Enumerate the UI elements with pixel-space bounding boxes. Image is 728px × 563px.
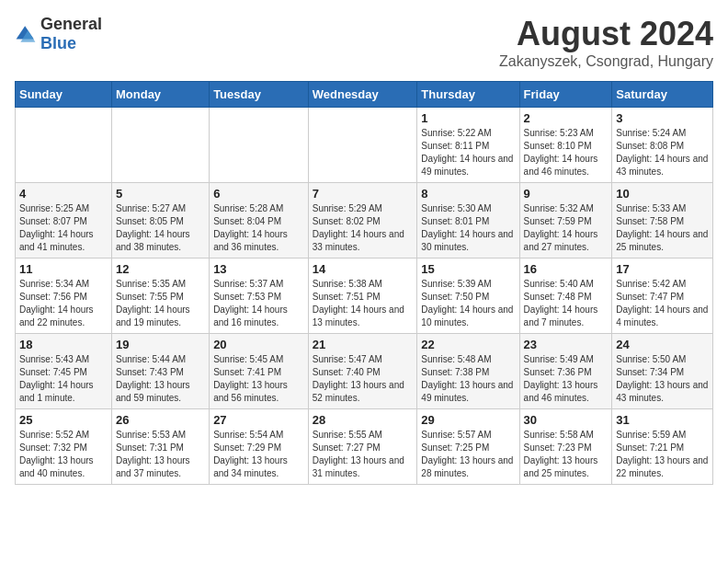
day-number: 18 bbox=[19, 338, 108, 351]
day-number: 7 bbox=[313, 187, 414, 201]
col-header-thursday: Thursday bbox=[417, 82, 519, 108]
day-cell: 15Sunrise: 5:39 AMSunset: 7:50 PMDayligh… bbox=[417, 259, 519, 334]
day-info: Sunrise: 5:30 AMSunset: 8:01 PMDaylight:… bbox=[421, 202, 515, 254]
day-info: Sunrise: 5:39 AMSunset: 7:50 PMDaylight:… bbox=[421, 278, 515, 329]
logo-text: General Blue bbox=[40, 15, 102, 53]
calendar-table: SundayMondayTuesdayWednesdayThursdayFrid… bbox=[15, 81, 713, 485]
day-info: Sunrise: 5:42 AMSunset: 7:47 PMDaylight:… bbox=[616, 278, 709, 329]
day-number: 4 bbox=[19, 187, 108, 201]
day-info: Sunrise: 5:40 AMSunset: 7:48 PMDaylight:… bbox=[524, 278, 609, 329]
day-cell: 16Sunrise: 5:40 AMSunset: 7:48 PMDayligh… bbox=[519, 259, 612, 334]
day-number: 16 bbox=[524, 262, 609, 276]
day-info: Sunrise: 5:35 AMSunset: 7:55 PMDaylight:… bbox=[116, 278, 205, 329]
day-info: Sunrise: 5:25 AMSunset: 8:07 PMDaylight:… bbox=[19, 202, 108, 254]
logo-icon bbox=[15, 23, 37, 45]
col-header-wednesday: Wednesday bbox=[308, 82, 417, 108]
week-row-3: 11Sunrise: 5:34 AMSunset: 7:56 PMDayligh… bbox=[16, 259, 713, 334]
col-header-monday: Monday bbox=[111, 82, 209, 108]
col-header-tuesday: Tuesday bbox=[210, 82, 309, 108]
day-cell: 10Sunrise: 5:33 AMSunset: 7:58 PMDayligh… bbox=[612, 183, 713, 259]
day-cell: 31Sunrise: 5:59 AMSunset: 7:21 PMDayligh… bbox=[612, 409, 713, 485]
day-info: Sunrise: 5:24 AMSunset: 8:08 PMDaylight:… bbox=[616, 127, 709, 178]
day-cell: 2Sunrise: 5:23 AMSunset: 8:10 PMDaylight… bbox=[519, 108, 612, 183]
day-number: 15 bbox=[421, 262, 515, 276]
day-info: Sunrise: 5:44 AMSunset: 7:43 PMDaylight:… bbox=[116, 353, 205, 405]
day-number: 28 bbox=[313, 413, 414, 427]
day-number: 13 bbox=[213, 262, 304, 276]
day-number: 9 bbox=[524, 187, 609, 201]
day-info: Sunrise: 5:57 AMSunset: 7:25 PMDaylight:… bbox=[421, 429, 515, 480]
day-number: 1 bbox=[421, 111, 515, 125]
day-number: 5 bbox=[116, 187, 205, 201]
day-info: Sunrise: 5:43 AMSunset: 7:45 PMDaylight:… bbox=[19, 353, 108, 405]
day-cell: 26Sunrise: 5:53 AMSunset: 7:31 PMDayligh… bbox=[111, 409, 209, 485]
week-row-4: 18Sunrise: 5:43 AMSunset: 7:45 PMDayligh… bbox=[16, 334, 713, 409]
day-cell: 11Sunrise: 5:34 AMSunset: 7:56 PMDayligh… bbox=[16, 259, 112, 334]
day-info: Sunrise: 5:23 AMSunset: 8:10 PMDaylight:… bbox=[524, 127, 609, 178]
day-info: Sunrise: 5:52 AMSunset: 7:32 PMDaylight:… bbox=[19, 429, 108, 480]
day-number: 14 bbox=[313, 262, 414, 276]
day-cell: 20Sunrise: 5:45 AMSunset: 7:41 PMDayligh… bbox=[210, 334, 309, 409]
day-info: Sunrise: 5:48 AMSunset: 7:38 PMDaylight:… bbox=[421, 353, 515, 405]
day-number: 29 bbox=[421, 413, 515, 427]
day-cell: 8Sunrise: 5:30 AMSunset: 8:01 PMDaylight… bbox=[417, 183, 519, 259]
day-info: Sunrise: 5:55 AMSunset: 7:27 PMDaylight:… bbox=[313, 429, 414, 480]
day-number: 3 bbox=[616, 111, 709, 125]
day-number: 8 bbox=[421, 187, 515, 201]
subtitle: Zakanyszek, Csongrad, Hungary bbox=[499, 53, 713, 70]
day-cell: 9Sunrise: 5:32 AMSunset: 7:59 PMDaylight… bbox=[519, 183, 612, 259]
day-number: 12 bbox=[116, 262, 205, 276]
day-number: 10 bbox=[616, 187, 709, 201]
day-cell: 12Sunrise: 5:35 AMSunset: 7:55 PMDayligh… bbox=[111, 259, 209, 334]
day-info: Sunrise: 5:59 AMSunset: 7:21 PMDaylight:… bbox=[616, 429, 709, 480]
day-cell: 27Sunrise: 5:54 AMSunset: 7:29 PMDayligh… bbox=[210, 409, 309, 485]
day-cell: 18Sunrise: 5:43 AMSunset: 7:45 PMDayligh… bbox=[16, 334, 112, 409]
day-info: Sunrise: 5:22 AMSunset: 8:11 PMDaylight:… bbox=[421, 127, 515, 178]
day-cell bbox=[308, 108, 417, 183]
day-info: Sunrise: 5:50 AMSunset: 7:34 PMDaylight:… bbox=[616, 353, 709, 405]
day-cell bbox=[111, 108, 209, 183]
header: General Blue August 2024 Zakanyszek, Cso… bbox=[15, 15, 713, 70]
day-cell: 4Sunrise: 5:25 AMSunset: 8:07 PMDaylight… bbox=[16, 183, 112, 259]
day-cell: 1Sunrise: 5:22 AMSunset: 8:11 PMDaylight… bbox=[417, 108, 519, 183]
day-cell: 13Sunrise: 5:37 AMSunset: 7:53 PMDayligh… bbox=[210, 259, 309, 334]
day-cell: 23Sunrise: 5:49 AMSunset: 7:36 PMDayligh… bbox=[519, 334, 612, 409]
day-cell: 3Sunrise: 5:24 AMSunset: 8:08 PMDaylight… bbox=[612, 108, 713, 183]
day-cell: 17Sunrise: 5:42 AMSunset: 7:47 PMDayligh… bbox=[612, 259, 713, 334]
day-cell: 22Sunrise: 5:48 AMSunset: 7:38 PMDayligh… bbox=[417, 334, 519, 409]
logo-general: General bbox=[40, 15, 102, 33]
header-row: SundayMondayTuesdayWednesdayThursdayFrid… bbox=[16, 82, 713, 108]
week-row-2: 4Sunrise: 5:25 AMSunset: 8:07 PMDaylight… bbox=[16, 183, 713, 259]
title-area: August 2024 Zakanyszek, Csongrad, Hungar… bbox=[499, 15, 713, 70]
day-number: 26 bbox=[116, 413, 205, 427]
day-number: 21 bbox=[313, 338, 414, 351]
day-cell: 21Sunrise: 5:47 AMSunset: 7:40 PMDayligh… bbox=[308, 334, 417, 409]
day-info: Sunrise: 5:54 AMSunset: 7:29 PMDaylight:… bbox=[213, 429, 304, 480]
day-info: Sunrise: 5:38 AMSunset: 7:51 PMDaylight:… bbox=[313, 278, 414, 329]
day-cell: 24Sunrise: 5:50 AMSunset: 7:34 PMDayligh… bbox=[612, 334, 713, 409]
logo-blue: Blue bbox=[40, 34, 76, 52]
day-cell bbox=[16, 108, 112, 183]
col-header-friday: Friday bbox=[519, 82, 612, 108]
day-info: Sunrise: 5:49 AMSunset: 7:36 PMDaylight:… bbox=[524, 353, 609, 405]
day-number: 6 bbox=[213, 187, 304, 201]
day-number: 30 bbox=[524, 413, 609, 427]
day-info: Sunrise: 5:28 AMSunset: 8:04 PMDaylight:… bbox=[213, 202, 304, 254]
day-info: Sunrise: 5:53 AMSunset: 7:31 PMDaylight:… bbox=[116, 429, 205, 480]
day-cell: 7Sunrise: 5:29 AMSunset: 8:02 PMDaylight… bbox=[308, 183, 417, 259]
day-cell bbox=[210, 108, 309, 183]
day-number: 20 bbox=[213, 338, 304, 351]
day-number: 17 bbox=[616, 262, 709, 276]
week-row-1: 1Sunrise: 5:22 AMSunset: 8:11 PMDaylight… bbox=[16, 108, 713, 183]
col-header-sunday: Sunday bbox=[16, 82, 112, 108]
day-info: Sunrise: 5:45 AMSunset: 7:41 PMDaylight:… bbox=[213, 353, 304, 405]
day-info: Sunrise: 5:32 AMSunset: 7:59 PMDaylight:… bbox=[524, 202, 609, 254]
logo: General Blue bbox=[15, 15, 102, 53]
day-info: Sunrise: 5:47 AMSunset: 7:40 PMDaylight:… bbox=[313, 353, 414, 405]
col-header-saturday: Saturday bbox=[612, 82, 713, 108]
day-cell: 30Sunrise: 5:58 AMSunset: 7:23 PMDayligh… bbox=[519, 409, 612, 485]
day-info: Sunrise: 5:58 AMSunset: 7:23 PMDaylight:… bbox=[524, 429, 609, 480]
day-cell: 19Sunrise: 5:44 AMSunset: 7:43 PMDayligh… bbox=[111, 334, 209, 409]
day-number: 31 bbox=[616, 413, 709, 427]
day-number: 24 bbox=[616, 338, 709, 351]
